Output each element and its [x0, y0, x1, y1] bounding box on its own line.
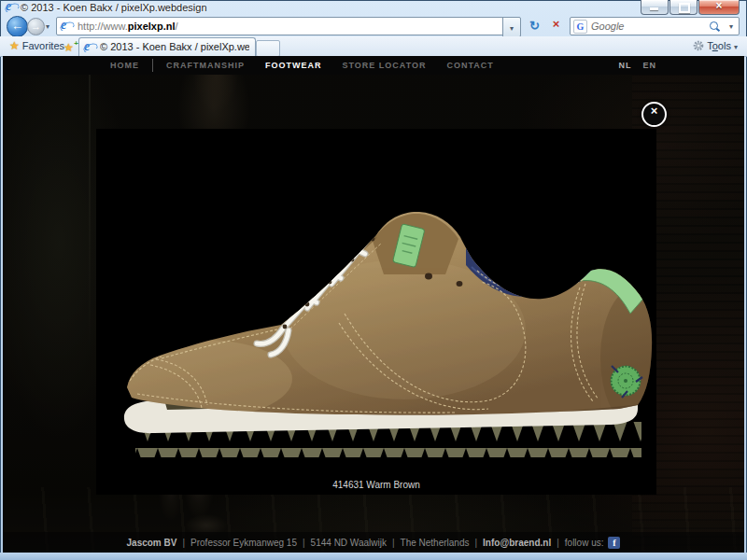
window-frame-bottom	[0, 553, 747, 560]
footer-country: The Netherlands	[401, 538, 470, 548]
active-tab[interactable]: e © 2013 - Koen Bakx / pixelXp.webdesign	[78, 37, 256, 57]
tab-title: © 2013 - Koen Bakx / pixelXp.webdesign	[100, 41, 249, 52]
tools-dropdown-icon: ▾	[734, 43, 738, 51]
search-box[interactable]: G Google ▾	[570, 17, 740, 35]
window-controls: ×	[640, 0, 740, 15]
page-favicon: e	[61, 21, 73, 33]
address-toolbar: ← → ▾ e http://www.pixelxp.nl/ ▾ ↻ × G G…	[0, 15, 747, 36]
browser-window: e © 2013 - Koen Bakx / pixelXp.webdesign…	[0, 0, 747, 560]
forward-button[interactable]: →	[27, 18, 45, 35]
google-logo-icon: G	[573, 20, 587, 34]
nav-separator	[152, 59, 153, 72]
stop-button[interactable]: ×	[546, 17, 566, 35]
footer-street: Professor Eykmanweg 15	[190, 538, 297, 548]
refresh-button[interactable]: ↻	[525, 17, 544, 35]
tools-button[interactable]: Tools ▾	[693, 38, 738, 54]
language-nl[interactable]: NL	[618, 61, 631, 70]
add-favorite-star-icon: ★	[63, 41, 74, 54]
favorites-star-icon: ★	[9, 39, 20, 52]
shoe-image	[96, 129, 656, 495]
close-icon: ×	[699, 0, 739, 12]
address-bar[interactable]: e http://www.pixelxp.nl/	[56, 17, 504, 35]
ie-logo-icon: e	[6, 2, 18, 14]
site-navigation: HOME CRAFTMANSHIP FOOTWEAR STORE LOCATOR…	[3, 56, 744, 75]
footer-postcode: 5144 ND Waalwijk	[311, 538, 387, 548]
minimize-button[interactable]	[641, 0, 669, 15]
url-text: http://www.pixelxp.nl/	[78, 21, 178, 32]
address-dropdown-button[interactable]: ▾	[502, 17, 521, 37]
product-caption: 414631 Warm Brown	[96, 480, 656, 490]
nav-item-craftmanship[interactable]: CRAFTMANSHIP	[166, 61, 245, 70]
back-button[interactable]: ←	[7, 16, 28, 37]
footer-email[interactable]: Info@braend.nl	[483, 538, 551, 548]
close-window-button[interactable]: ×	[698, 0, 740, 15]
page-viewport: HOME CRAFTMANSHIP FOOTWEAR STORE LOCATOR…	[3, 56, 744, 553]
maximize-button[interactable]	[669, 0, 698, 15]
language-switch: NL EN	[607, 56, 656, 75]
footer-company: Jascom BV	[127, 538, 177, 548]
language-en[interactable]: EN	[642, 61, 656, 70]
minimize-icon	[650, 7, 658, 10]
nav-item-store-locator[interactable]: STORE LOCATOR	[343, 61, 427, 70]
tab-favicon: e	[84, 42, 96, 54]
maximize-icon	[679, 3, 690, 13]
search-dropdown-icon[interactable]: ▾	[729, 22, 733, 31]
nav-item-home[interactable]: HOME	[110, 61, 139, 70]
new-tab-button[interactable]	[256, 40, 280, 57]
facebook-icon[interactable]: f	[608, 537, 620, 549]
tab-bar: ★Favorites ★ + e © 2013 - Koen Bakx / pi…	[0, 36, 747, 57]
lightbox-close-button[interactable]: ×	[641, 102, 667, 127]
search-placeholder: Google	[591, 21, 624, 32]
window-title: © 2013 - Koen Bakx / pixelXp.webdesign	[21, 2, 207, 13]
title-bar: e © 2013 - Koen Bakx / pixelXp.webdesign…	[0, 0, 747, 15]
footer-follow-label: follow us:	[565, 538, 604, 548]
site-footer: Jascom BV | Professor Eykmanweg 15 | 514…	[3, 532, 744, 553]
nav-item-footwear[interactable]: FOOTWEAR	[265, 61, 322, 70]
add-favorite-button[interactable]: ★ +	[62, 38, 78, 54]
search-magnifier-icon[interactable]	[710, 21, 718, 30]
product-lightbox: 414631 Warm Brown	[96, 129, 656, 495]
favorites-button[interactable]: ★Favorites	[7, 38, 70, 54]
nav-item-contact[interactable]: CONTACT	[447, 61, 494, 70]
gear-icon	[693, 40, 704, 51]
history-dropdown-icon[interactable]: ▾	[46, 22, 49, 31]
